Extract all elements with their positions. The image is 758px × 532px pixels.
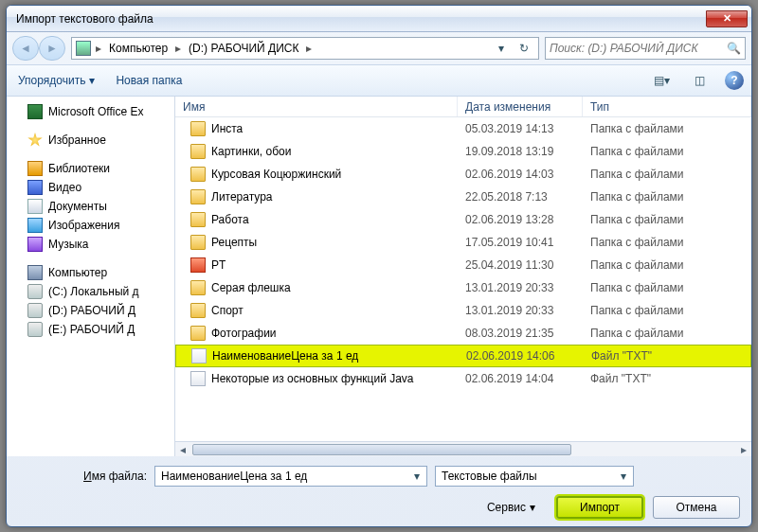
scroll-left-button[interactable]: ◂ (175, 442, 190, 456)
new-folder-button[interactable]: Новая папка (112, 72, 186, 89)
chevron-down-icon[interactable]: ▾ (616, 470, 631, 483)
video-icon (27, 180, 43, 195)
filetype-combo[interactable]: Текстовые файлы ▾ (435, 466, 634, 487)
arrow-right-icon: ► (46, 42, 58, 55)
file-date: 02.06.2019 14:06 (459, 349, 584, 363)
file-row[interactable]: Работа02.06.2019 13:28Папка с файлами (175, 208, 751, 231)
file-row[interactable]: Картинки, обои19.09.2018 13:19Папка с фа… (175, 140, 751, 163)
file-name: Фотографии (211, 327, 277, 340)
nav-back-button[interactable]: ◄ (12, 36, 39, 61)
file-name: Рецепты (211, 236, 257, 249)
organize-button[interactable]: Упорядочить ▾ (14, 72, 99, 89)
file-date: 19.09.2018 13:19 (458, 145, 583, 158)
file-date: 13.01.2019 20:33 (458, 304, 583, 317)
file-type: Папка с файлами (583, 327, 751, 340)
column-header-name[interactable]: Имя (175, 97, 458, 116)
file-row[interactable]: PT25.04.2019 11:30Папка с файлами (175, 254, 751, 276)
filename-row: Имя файла: НаименованиеЦена за 1 ед ▾ Те… (18, 466, 740, 487)
service-button[interactable]: Сервис▾ (487, 501, 547, 514)
tree-item-computer[interactable]: Компьютер (12, 263, 172, 282)
arrow-left-icon: ◄ (20, 42, 31, 55)
file-type: Папка с файлами (583, 168, 751, 181)
breadcrumb-segment[interactable]: Компьютер (106, 42, 171, 55)
help-icon: ? (731, 74, 737, 87)
file-name: НаименованиеЦена за 1 ед (212, 349, 358, 363)
file-row[interactable]: НаименованиеЦена за 1 ед02.06.2019 14:06… (175, 345, 751, 367)
breadcrumb-dropdown-button[interactable]: ▾ (491, 42, 512, 55)
column-header-type[interactable]: Тип (583, 97, 751, 116)
chevron-right-icon[interactable]: ▸ (303, 42, 315, 55)
cancel-button[interactable]: Отмена (653, 496, 740, 519)
file-row[interactable]: Некоторые из основных функций Java02.06.… (175, 367, 751, 390)
computer-icon (27, 265, 43, 280)
search-icon: 🔍 (727, 42, 741, 55)
tree-item-drive-d[interactable]: (D:) РАБОЧИЙ Д (12, 301, 172, 320)
txt-icon (190, 371, 206, 386)
filename-value[interactable]: НаименованиеЦена за 1 ед (161, 470, 409, 483)
file-type: Папка с файлами (583, 190, 751, 204)
file-row[interactable]: Инста05.03.2019 14:13Папка с файлами (175, 117, 751, 140)
file-dialog-window: Импорт текстового файла ✕ ◄ ► ▸ Компьюте… (6, 5, 752, 527)
search-box[interactable]: 🔍 (545, 37, 746, 60)
library-icon (27, 161, 43, 176)
tree-item-drive-c[interactable]: (C:) Локальный д (12, 282, 172, 301)
help-button[interactable]: ? (725, 71, 744, 90)
chevron-down-icon[interactable]: ▾ (409, 470, 424, 483)
import-button[interactable]: Импорт (556, 496, 643, 519)
breadcrumb-segment[interactable]: (D:) РАБОЧИЙ ДИСК (186, 42, 301, 55)
star-icon (27, 133, 43, 148)
column-header-date[interactable]: Дата изменения (458, 97, 583, 116)
nav-row: ◄ ► ▸ Компьютер ▸ (D:) РАБОЧИЙ ДИСК ▸ ▾ … (7, 32, 751, 64)
tree-item-video[interactable]: Видео (12, 178, 172, 197)
tree-item-documents[interactable]: Документы (12, 197, 172, 216)
file-name: Серая флешка (211, 281, 291, 294)
filename-combo[interactable]: НаименованиеЦена за 1 ед ▾ (154, 466, 427, 487)
file-date: 02.06.2019 13:28 (458, 213, 583, 226)
tree-item-excel[interactable]: Microsoft Office Ex (12, 102, 172, 121)
file-row[interactable]: Фотографии08.03.2019 21:35Папка с файлам… (175, 322, 751, 345)
file-name: Инста (211, 122, 243, 135)
refresh-button[interactable]: ↻ (514, 42, 534, 55)
file-row[interactable]: Курсовая Коцюржинский02.06.2019 14:03Пап… (175, 163, 751, 186)
chevron-right-icon[interactable]: ▸ (93, 42, 104, 55)
file-type: Папка с файлами (583, 258, 751, 272)
file-date: 02.06.2019 14:04 (458, 372, 583, 385)
nav-arrows: ◄ ► (12, 36, 65, 61)
file-list[interactable]: Инста05.03.2019 14:13Папка с файламиКарт… (175, 117, 751, 441)
folder-icon (190, 167, 206, 182)
file-date: 02.06.2019 14:03 (458, 168, 583, 181)
tree-item-music[interactable]: Музыка (12, 235, 172, 254)
file-name: Курсовая Коцюржинский (211, 168, 341, 181)
file-name: Некоторые из основных функций Java (211, 372, 414, 385)
file-name: Картинки, обои (211, 145, 291, 158)
view-mode-button[interactable]: ▤▾ (649, 70, 674, 91)
nav-forward-button[interactable]: ► (39, 36, 65, 61)
scroll-right-button[interactable]: ▸ (736, 442, 751, 456)
file-type: Файл "TXT" (583, 372, 751, 385)
file-row[interactable]: Рецепты17.05.2019 10:41Папка с файлами (175, 231, 751, 254)
txt-icon (191, 348, 207, 364)
bottom-panel: Имя файла: НаименованиеЦена за 1 ед ▾ Те… (7, 456, 751, 526)
drive-icon (27, 284, 43, 299)
preview-pane-button[interactable]: ◫ (687, 70, 712, 91)
tree-item-drive-e[interactable]: (E:) РАБОЧИЙ Д (12, 320, 172, 339)
scroll-thumb[interactable] (192, 444, 571, 455)
close-button[interactable]: ✕ (706, 10, 748, 27)
nav-tree[interactable]: Microsoft Office Ex Избранное Библиотеки… (7, 97, 175, 456)
window-title: Импорт текстового файла (16, 12, 706, 26)
file-date: 08.03.2019 21:35 (458, 327, 583, 340)
file-row[interactable]: Серая флешка13.01.2019 20:33Папка с файл… (175, 276, 751, 299)
horizontal-scrollbar[interactable]: ◂ ▸ (175, 441, 751, 456)
titlebar[interactable]: Импорт текстового файла ✕ (7, 6, 751, 32)
tree-item-pictures[interactable]: Изображения (12, 216, 172, 235)
tree-item-libraries[interactable]: Библиотеки (12, 159, 172, 178)
file-row[interactable]: Спорт13.01.2019 20:33Папка с файлами (175, 299, 751, 322)
file-row[interactable]: Литература22.05.2018 7:13Папка с файлами (175, 186, 751, 208)
breadcrumb[interactable]: ▸ Компьютер ▸ (D:) РАБОЧИЙ ДИСК ▸ ▾ ↻ (71, 37, 539, 60)
music-icon (27, 237, 43, 252)
folder-icon (190, 212, 206, 227)
file-date: 17.05.2019 10:41 (458, 236, 583, 249)
search-input[interactable] (550, 42, 723, 55)
chevron-right-icon[interactable]: ▸ (172, 42, 184, 55)
tree-item-favorites[interactable]: Избранное (12, 131, 172, 150)
